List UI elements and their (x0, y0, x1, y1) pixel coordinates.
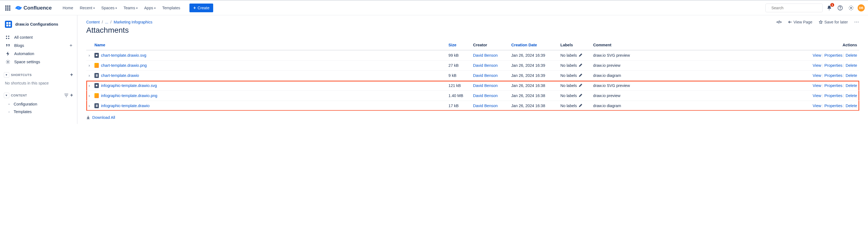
expand-row-button[interactable]: › (86, 71, 92, 81)
bullet-icon: ● (7, 103, 11, 105)
nav-spaces[interactable]: Spaces▾ (98, 4, 120, 12)
expand-row-button[interactable]: › (86, 81, 92, 91)
expand-row-button[interactable]: › (86, 91, 92, 101)
search-box[interactable] (765, 4, 823, 12)
nav-templates[interactable]: Templates (159, 4, 183, 12)
table-row: ›chart-template.drawio.png27 kBDavid Ben… (86, 61, 859, 71)
logo-text: Confluence (24, 5, 52, 11)
nav-recent[interactable]: Recent▾ (77, 4, 97, 12)
collapse-shortcuts-button[interactable]: ▾ (4, 72, 9, 78)
collapse-content-button[interactable]: ▾ (4, 93, 9, 98)
nav-apps[interactable]: Apps▾ (142, 4, 158, 12)
breadcrumb-ellipsis[interactable]: ... (105, 20, 108, 24)
expand-row-button[interactable]: › (86, 50, 92, 61)
delete-link[interactable]: Delete (846, 73, 857, 78)
view-page-button[interactable]: View Page (788, 20, 812, 24)
edit-labels-button[interactable] (579, 94, 583, 98)
file-name-link[interactable]: infographic-template.drawio.png (101, 94, 157, 98)
creator-link[interactable]: David Benson (473, 63, 498, 68)
creator-link[interactable]: David Benson (473, 83, 498, 88)
breadcrumb-content[interactable]: Content (86, 20, 100, 24)
creation-date: Jan 26, 2024 16:38 (509, 91, 558, 101)
properties-link[interactable]: Properties (824, 73, 842, 78)
add-content-button[interactable]: + (70, 93, 73, 98)
search-input[interactable] (771, 5, 820, 10)
creator-link[interactable]: David Benson (473, 53, 498, 58)
svg-rect-5 (6, 36, 7, 37)
edit-labels-button[interactable] (579, 104, 583, 108)
file-icon (94, 83, 99, 88)
back-arrow-icon (788, 21, 792, 24)
properties-link[interactable]: Properties (824, 53, 842, 58)
expand-row-button[interactable]: › (86, 61, 92, 71)
sidebar-item-all-content[interactable]: All content (3, 33, 74, 41)
edit-labels-button[interactable] (579, 63, 583, 68)
file-name-link[interactable]: infographic-template.drawio.svg (101, 83, 157, 88)
source-view-button[interactable]: </> (776, 20, 781, 24)
properties-link[interactable]: Properties (824, 63, 842, 68)
delete-link[interactable]: Delete (846, 104, 857, 108)
notifications-button[interactable]: 1 (825, 4, 834, 12)
space-header[interactable]: draw.io Configurations (3, 19, 74, 29)
add-shortcut-button[interactable]: + (70, 72, 73, 78)
file-size: 9 kB (446, 71, 471, 81)
delete-link[interactable]: Delete (846, 53, 857, 58)
svg-point-3 (840, 9, 840, 9)
chevron-down-icon: ▾ (136, 6, 137, 9)
sidebar-item-space-settings[interactable]: Space settings (3, 58, 74, 66)
creator-link[interactable]: David Benson (473, 73, 498, 78)
quote-icon (5, 43, 10, 48)
help-button[interactable] (836, 4, 844, 12)
nav-teams[interactable]: Teams▾ (121, 4, 140, 12)
file-name-link[interactable]: chart-template.drawio (101, 73, 139, 78)
properties-link[interactable]: Properties (824, 83, 842, 88)
app-switcher[interactable] (3, 4, 12, 12)
file-name-link[interactable]: infographic-template.drawio (101, 104, 150, 108)
file-name-link[interactable]: chart-template.drawio.svg (101, 53, 146, 58)
more-actions-button[interactable]: ··· (854, 20, 859, 24)
tree-item-label: Configuration (14, 102, 37, 106)
tree-item-configuration[interactable]: ● Configuration (3, 100, 74, 108)
tree-item-templates[interactable]: › Templates (3, 108, 74, 115)
file-icon (94, 103, 99, 108)
view-link[interactable]: View (813, 94, 821, 98)
view-link[interactable]: View (813, 83, 821, 88)
settings-button[interactable] (847, 4, 856, 12)
delete-link[interactable]: Delete (846, 94, 857, 98)
creator-link[interactable]: David Benson (473, 104, 498, 108)
sidebar-item-blogs[interactable]: Blogs (3, 41, 68, 49)
view-link[interactable]: View (813, 73, 821, 78)
breadcrumb-separator: / (111, 20, 112, 24)
edit-labels-button[interactable] (579, 73, 583, 78)
file-icon (94, 53, 99, 58)
col-date[interactable]: Creation Date (509, 40, 558, 50)
expand-row-button[interactable]: › (86, 101, 92, 111)
delete-link[interactable]: Delete (846, 83, 857, 88)
properties-link[interactable]: Properties (824, 94, 842, 98)
chevron-right-icon: › (7, 110, 11, 113)
edit-labels-button[interactable] (579, 53, 583, 58)
user-avatar[interactable]: DB (858, 4, 865, 11)
properties-link[interactable]: Properties (824, 104, 842, 108)
file-name-link[interactable]: chart-template.drawio.png (101, 63, 147, 68)
col-name[interactable]: Name (92, 40, 446, 50)
list-icon (5, 35, 10, 39)
delete-link[interactable]: Delete (846, 63, 857, 68)
view-link[interactable]: View (813, 53, 821, 58)
creation-date: Jan 26, 2024 16:39 (509, 50, 558, 61)
col-size[interactable]: Size (446, 40, 471, 50)
download-all-button[interactable]: Download All (86, 115, 859, 120)
creator-link[interactable]: David Benson (473, 94, 498, 98)
view-link[interactable]: View (813, 104, 821, 108)
breadcrumb-current[interactable]: Marketing Infographics (114, 20, 153, 24)
filter-icon[interactable] (64, 94, 68, 97)
view-link[interactable]: View (813, 63, 821, 68)
comment-text: draw.io preview (591, 91, 807, 101)
sidebar-item-automation[interactable]: Automation (3, 49, 74, 58)
confluence-logo[interactable]: Confluence (14, 5, 53, 11)
save-for-later-button[interactable]: Save for later (819, 20, 848, 24)
edit-labels-button[interactable] (579, 83, 583, 88)
nav-home[interactable]: Home (60, 4, 76, 12)
create-button[interactable]: +Create (189, 4, 213, 12)
add-blog-button[interactable]: + (68, 42, 74, 49)
